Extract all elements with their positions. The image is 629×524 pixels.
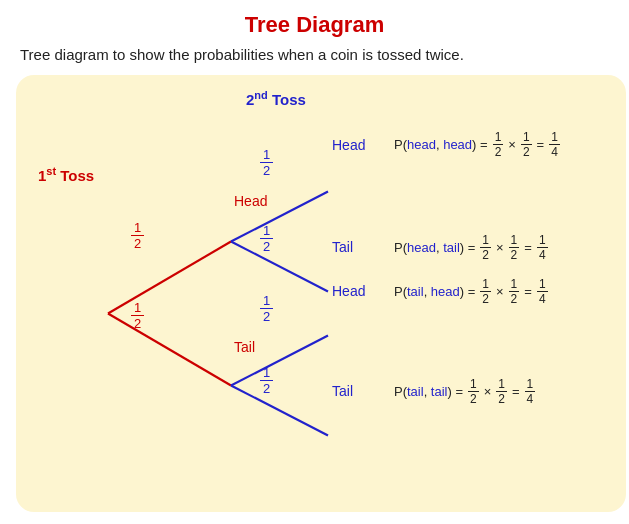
prob-hh: P(head, head) = 1 2 × 1 2 = 1 4 (394, 130, 562, 159)
page: Tree Diagram Tree diagram to show the pr… (0, 0, 629, 524)
outcome-th: Head (332, 283, 365, 299)
page-title: Tree Diagram (16, 12, 613, 38)
frac-b-uu: 1 2 (260, 147, 273, 178)
subtitle: Tree diagram to show the probabilities w… (16, 46, 464, 63)
diagram-box: 2nd Toss 1st Toss 1 2 (16, 75, 626, 512)
frac-b-ul: 1 2 (260, 223, 273, 254)
frac-b-ll: 1 2 (260, 365, 273, 396)
svg-line-3 (231, 242, 328, 292)
svg-line-1 (108, 314, 231, 386)
svg-line-5 (231, 386, 328, 436)
outcome-hh: Head (332, 137, 365, 153)
frac-b-lu: 1 2 (260, 293, 273, 324)
svg-line-0 (108, 242, 231, 314)
frac-r-upper: 1 2 (131, 220, 144, 251)
prob-tt: P(tail, tail) = 1 2 × 1 2 = 1 4 (394, 377, 537, 406)
mid-label-head: Head (234, 193, 267, 209)
frac-r-lower: 1 2 (131, 300, 144, 331)
outcome-tt: Tail (332, 383, 353, 399)
outcome-ht: Tail (332, 239, 353, 255)
prob-ht: P(head, tail) = 1 2 × 1 2 = 1 4 (394, 233, 550, 262)
mid-label-tail: Tail (234, 339, 255, 355)
prob-th: P(tail, head) = 1 2 × 1 2 = 1 4 (394, 277, 550, 306)
